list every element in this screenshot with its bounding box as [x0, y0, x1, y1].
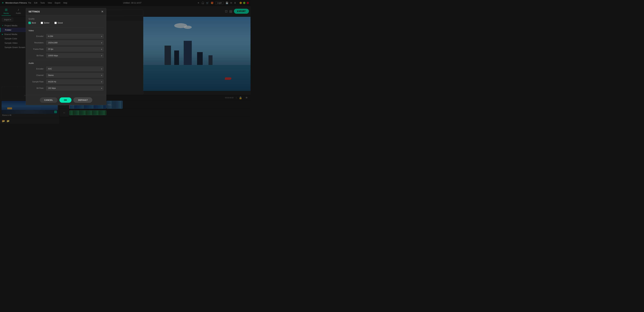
settings-modal-title: SETTINGS [28, 10, 40, 13]
audio-samplerate-select[interactable]: 44100 Hz 48000 Hz 22050 Hz [46, 79, 104, 84]
settings-cancel-button[interactable]: CANCEL [40, 97, 58, 103]
video-bitrate-row: Bit Rate: 10000 kbps 8000 kbps 20000 kbp… [28, 53, 104, 58]
video-encoder-select[interactable]: H.264 H.265 MPEG-4 [46, 34, 104, 39]
audio-channel-row: Channel: Stereo Mono [28, 73, 104, 78]
audio-channel-select[interactable]: Stereo Mono [46, 73, 104, 78]
quality-better-checkbox[interactable] [41, 22, 43, 24]
settings-default-button[interactable]: DEFAULT [74, 97, 92, 103]
video-framerate-select[interactable]: 25 fps 30 fps 60 fps [46, 47, 104, 51]
settings-body: Quality Best Better Good Video E [26, 15, 106, 95]
video-resolution-row: Resolution: 1920x1080 1280x720 3840x2160 [28, 41, 104, 45]
quality-best-checkbox[interactable] [28, 22, 31, 24]
quality-best[interactable]: Best [28, 22, 36, 24]
video-section-header: Video [28, 29, 104, 32]
settings-modal: SETTINGS ✕ Quality Best Better Good [26, 8, 106, 105]
video-resolution-select[interactable]: 1920x1080 1280x720 3840x2160 [46, 41, 104, 45]
video-encoder-select-wrapper: H.264 H.265 MPEG-4 [46, 34, 104, 39]
video-encoder-row: Encoder: H.264 H.265 MPEG-4 [28, 34, 104, 39]
quality-better-label: Better [44, 22, 50, 24]
quality-best-label: Best [32, 22, 36, 24]
audio-section-header: Audio [28, 62, 104, 64]
audio-bitrate-select-wrapper: 192 kbps 128 kbps 320 kbps [46, 86, 104, 90]
video-framerate-select-wrapper: 25 fps 30 fps 60 fps [46, 47, 104, 51]
quality-better[interactable]: Better [41, 22, 50, 24]
quality-row: Best Better Good [28, 22, 104, 24]
audio-encoder-label: Encoder: [28, 68, 46, 70]
quality-good-checkbox[interactable] [54, 22, 57, 24]
quality-section-label: Quality [28, 18, 104, 20]
quality-good[interactable]: Good [54, 22, 63, 24]
video-framerate-row: Frame Rate: 25 fps 30 fps 60 fps [28, 47, 104, 51]
quality-good-label: Good [58, 22, 63, 24]
video-resolution-label: Resolution: [28, 42, 46, 44]
audio-samplerate-row: Sample Rate: 44100 Hz 48000 Hz 22050 Hz [28, 79, 104, 84]
video-bitrate-select[interactable]: 10000 kbps 8000 kbps 20000 kbps [46, 53, 104, 58]
video-framerate-label: Frame Rate: [28, 48, 46, 50]
video-encoder-label: Encoder: [28, 35, 46, 37]
audio-samplerate-label: Sample Rate: [28, 81, 46, 83]
audio-samplerate-select-wrapper: 44100 Hz 48000 Hz 22050 Hz [46, 79, 104, 84]
settings-backdrop: SETTINGS ✕ Quality Best Better Good [0, 0, 250, 124]
settings-close-button[interactable]: ✕ [101, 10, 104, 13]
audio-encoder-row: Encoder: AAC MP3 [28, 67, 104, 71]
audio-divider [28, 60, 104, 60]
audio-channel-label: Channel: [28, 74, 46, 76]
audio-bitrate-label: Bit Rate: [28, 87, 46, 89]
audio-channel-select-wrapper: Stereo Mono [46, 73, 104, 78]
video-bitrate-select-wrapper: 10000 kbps 8000 kbps 20000 kbps [46, 53, 104, 58]
settings-footer: CANCEL OK DEFAULT [26, 95, 106, 105]
video-bitrate-label: Bit Rate: [28, 55, 46, 57]
audio-encoder-select[interactable]: AAC MP3 [46, 67, 104, 71]
audio-encoder-select-wrapper: AAC MP3 [46, 67, 104, 71]
audio-bitrate-row: Bit Rate: 192 kbps 128 kbps 320 kbps [28, 86, 104, 90]
video-resolution-select-wrapper: 1920x1080 1280x720 3840x2160 [46, 41, 104, 45]
settings-modal-header: SETTINGS ✕ [26, 8, 106, 15]
settings-ok-button[interactable]: OK [60, 97, 72, 103]
audio-bitrate-select[interactable]: 192 kbps 128 kbps 320 kbps [46, 86, 104, 90]
